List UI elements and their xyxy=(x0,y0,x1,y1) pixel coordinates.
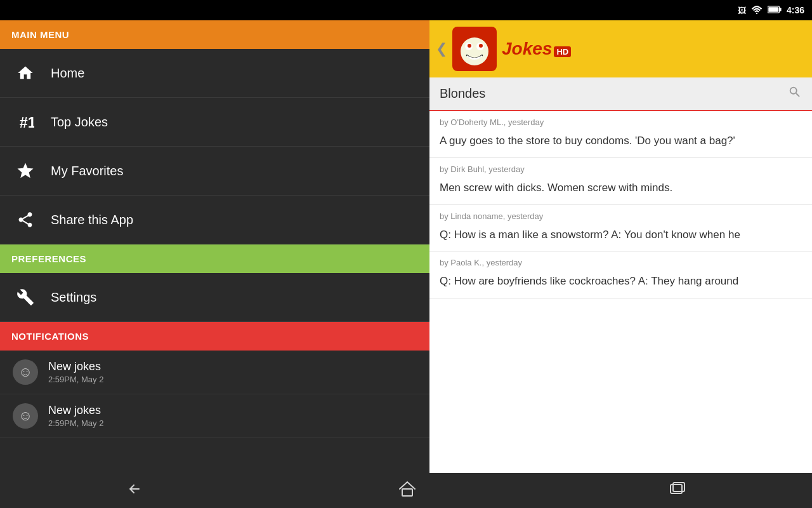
svg-rect-3 xyxy=(768,7,778,12)
notification-title-2: New jokes xyxy=(48,404,103,417)
notification-text-2: New jokes 2:59PM, May 2 xyxy=(48,404,103,428)
logo-hd-badge: HD xyxy=(554,46,571,57)
bottom-nav xyxy=(0,473,812,508)
joke-text-1: A guy goes to the store to buy condoms. … xyxy=(429,131,812,157)
notification-text-1: New jokes 2:59PM, May 2 xyxy=(48,360,103,384)
svg-point-10 xyxy=(479,44,483,48)
smiley-icon-1: ☺ xyxy=(13,359,38,385)
notification-time-1: 2:59PM, May 2 xyxy=(48,375,103,384)
menu-item-share[interactable]: Share this App xyxy=(0,196,429,244)
joke-author-4: by Paola K., yesterday xyxy=(429,251,812,271)
wrench-icon xyxy=(13,284,38,310)
wifi-icon xyxy=(751,5,763,16)
app-logo: Jokes HD xyxy=(452,27,571,71)
notifications-header: NOTIFICATIONS xyxy=(0,322,429,351)
logo-image xyxy=(452,27,497,71)
battery-icon xyxy=(768,6,782,15)
notification-item-2[interactable]: ☺ New jokes 2:59PM, May 2 xyxy=(0,394,429,438)
home-button[interactable] xyxy=(398,481,416,501)
menu-item-top-jokes[interactable]: #1 Top Jokes xyxy=(0,98,429,147)
jokes-list: by O'Doherty ML., yesterday A guy goes t… xyxy=(429,111,812,473)
logo-jokes-text: Jokes xyxy=(502,39,552,59)
joke-author-2: by Dirk Buhl, yesterday xyxy=(429,158,812,178)
back-chevron[interactable]: ❮ xyxy=(436,41,447,57)
svg-text:#1: #1 xyxy=(20,114,34,131)
joke-text-3: Q: How is a man like a snowstorm? A: You… xyxy=(429,225,812,251)
svg-point-9 xyxy=(468,44,471,48)
smiley-icon-2: ☺ xyxy=(13,403,38,429)
status-bar: 🖼 4:36 xyxy=(0,0,812,20)
preferences-header: PREFERENCES xyxy=(0,244,429,273)
notification-title-1: New jokes xyxy=(48,360,103,373)
app-header: ❮ xyxy=(429,20,812,77)
top-jokes-label: Top Jokes xyxy=(51,115,108,130)
main-content: MAIN MENU Home #1 Top Jokes xyxy=(0,20,812,473)
joke-item-2[interactable]: by Dirk Buhl, yesterday Men screw with d… xyxy=(429,158,812,205)
share-label: Share this App xyxy=(51,213,133,227)
joke-author-3: by Linda noname, yesterday xyxy=(429,205,812,225)
back-button[interactable] xyxy=(126,481,145,500)
menu-item-home[interactable]: Home xyxy=(0,49,429,98)
search-icon[interactable] xyxy=(788,85,802,102)
favorites-label: My Favorites xyxy=(51,164,123,178)
right-panel: ❮ xyxy=(429,20,812,473)
menu-item-settings[interactable]: Settings xyxy=(0,273,429,322)
svg-rect-11 xyxy=(402,489,412,496)
svg-rect-2 xyxy=(780,8,782,11)
status-time: 4:36 xyxy=(787,5,804,15)
joke-text-2: Men screw with dicks. Women screw with m… xyxy=(429,178,812,204)
joke-item-3[interactable]: by Linda noname, yesterday Q: How is a m… xyxy=(429,205,812,252)
recents-button[interactable] xyxy=(669,481,686,500)
home-icon xyxy=(13,60,38,86)
home-label: Home xyxy=(51,66,84,81)
svg-point-6 xyxy=(461,37,488,65)
joke-text-4: Q: How are boyfriends like cockroaches? … xyxy=(429,271,812,298)
joke-item-4[interactable]: by Paola K., yesterday Q: How are boyfri… xyxy=(429,251,812,298)
left-panel: MAIN MENU Home #1 Top Jokes xyxy=(0,20,429,473)
category-bar: Blondes xyxy=(429,77,812,111)
menu-item-favorites[interactable]: My Favorites xyxy=(0,147,429,196)
category-title: Blondes xyxy=(440,86,485,101)
notification-item-1[interactable]: ☺ New jokes 2:59PM, May 2 xyxy=(0,351,429,394)
number-one-icon: #1 xyxy=(13,109,38,135)
joke-item-1[interactable]: by O'Doherty ML., yesterday A guy goes t… xyxy=(429,111,812,158)
joke-author-1: by O'Doherty ML., yesterday xyxy=(429,111,812,131)
svg-point-0 xyxy=(756,12,757,13)
screen-icon: 🖼 xyxy=(738,6,746,15)
share-icon xyxy=(13,207,38,232)
star-icon xyxy=(13,158,38,184)
notification-time-2: 2:59PM, May 2 xyxy=(48,418,103,428)
settings-label: Settings xyxy=(51,290,96,305)
main-menu-header: MAIN MENU xyxy=(0,20,429,49)
